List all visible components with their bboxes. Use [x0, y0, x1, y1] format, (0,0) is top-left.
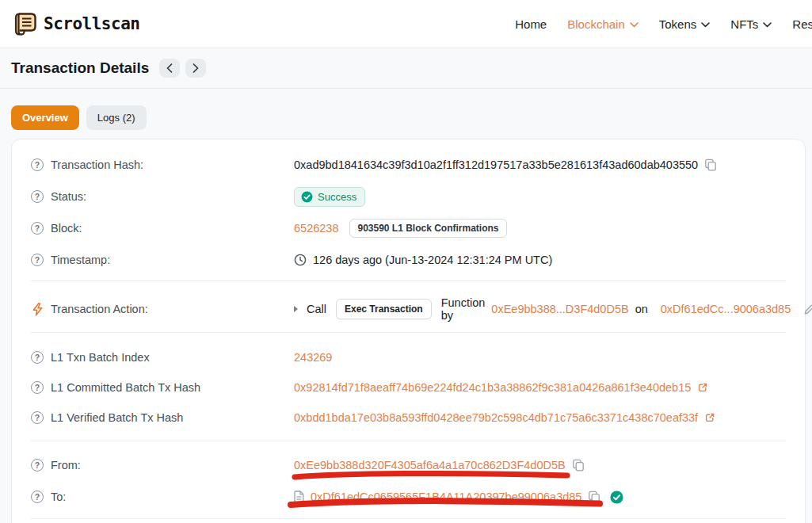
chevron-down-icon	[763, 22, 772, 28]
to-address-link[interactable]: 0xDf61edCc0659565F1B4A11A20397be99006a3d…	[311, 491, 581, 503]
row-status: ? Status: Success	[31, 181, 786, 212]
status-text: Success	[318, 191, 356, 203]
help-icon[interactable]: ?	[31, 222, 44, 235]
row-transaction-hash: ? Transaction Hash: 0xad9bd1841634c39f3d…	[31, 149, 786, 181]
external-link-icon[interactable]	[704, 412, 715, 423]
row-to: ? To: 0xDf61edCc0659565F1B4A11A20397be99…	[31, 481, 786, 513]
section-divider	[31, 332, 786, 333]
chevron-down-icon	[701, 22, 710, 28]
action-call-text: Call	[307, 303, 326, 315]
clock-icon	[294, 254, 307, 266]
nav-tokens[interactable]: Tokens	[659, 17, 711, 31]
help-icon[interactable]: ?	[31, 190, 44, 203]
lightning-icon	[32, 303, 44, 316]
scroll-icon	[11, 11, 38, 37]
verified-check-icon	[610, 491, 623, 504]
transaction-details-card: ? Transaction Hash: 0xad9bd1841634c39f3d…	[11, 139, 806, 523]
row-l1-verified-hash: ? L1 Verified Batch Tx Hash 0xbdd1bda17e…	[31, 403, 786, 433]
from-address-link[interactable]: 0xEe9bb388d320F4305af6a4a1a70c862D3F4d0D…	[294, 459, 566, 471]
page-header: Transaction Details	[0, 48, 812, 89]
copy-icon	[588, 491, 600, 503]
block-number-link[interactable]: 6526238	[294, 222, 338, 235]
help-icon[interactable]: ?	[31, 411, 44, 424]
row-l1-committed-hash: ? L1 Committed Batch Tx Hash 0x92814fd71…	[31, 372, 786, 403]
chevron-right-icon	[193, 63, 199, 73]
section-divider	[31, 281, 786, 281]
timestamp-label: Timestamp:	[51, 254, 110, 266]
help-icon[interactable]: ?	[31, 491, 44, 503]
copy-to-address-button[interactable]	[588, 491, 600, 503]
row-timestamp: ? Timestamp: 126 days ago (Jun-13-2024 1…	[31, 244, 786, 276]
nav-home[interactable]: Home	[515, 17, 547, 31]
main-nav: Home Blockchain Tokens NFTs Resources	[515, 17, 812, 31]
transaction-action-label: Transaction Action:	[51, 303, 148, 315]
status-label: Status:	[51, 190, 86, 203]
l1-batch-index-label: L1 Txn Batch Index	[51, 351, 150, 364]
l1-verified-hash-link[interactable]: 0xbdd1bda17e03b8a593ffd0428ee79b2c598c4d…	[294, 411, 698, 424]
copy-transaction-hash-button[interactable]	[704, 158, 717, 171]
l1-committed-hash-link[interactable]: 0x92814fd71f8aeaff74b69e224fd24c1b3a3886…	[294, 381, 691, 394]
nav-resources[interactable]: Resources	[792, 17, 812, 31]
edit-action-button[interactable]	[803, 303, 812, 315]
chevron-left-icon	[166, 63, 173, 73]
transaction-hash-value: 0xad9bd1841634c39f3d10a2f1ff312d197517a3…	[294, 158, 698, 171]
next-transaction-button[interactable]	[185, 59, 206, 78]
help-icon[interactable]: ?	[31, 254, 44, 266]
function-by-text: Function by	[441, 296, 486, 322]
block-label: Block:	[51, 222, 82, 235]
previous-transaction-button[interactable]	[159, 59, 180, 78]
contract-icon	[294, 491, 304, 503]
top-header: Scrollscan Home Blockchain Tokens NFTs R…	[0, 0, 812, 48]
l1-batch-index-link[interactable]: 243269	[294, 351, 332, 364]
row-l1-batch-index: ? L1 Txn Batch Index 243269	[31, 342, 786, 372]
detail-tabs: Overview Logs (2)	[11, 105, 801, 130]
l1-committed-hash-label: L1 Committed Batch Tx Hash	[51, 381, 200, 394]
help-icon[interactable]: ?	[31, 158, 44, 171]
nav-blockchain[interactable]: Blockchain	[567, 17, 639, 31]
nav-nfts[interactable]: NFTs	[730, 17, 772, 31]
pencil-icon	[803, 303, 812, 315]
copy-icon	[704, 158, 717, 171]
external-link-icon[interactable]	[697, 382, 708, 393]
l1-verified-hash-label: L1 Verified Batch Tx Hash	[51, 411, 183, 424]
method-badge: Exec Transaction	[336, 299, 432, 319]
tab-logs[interactable]: Logs (2)	[86, 105, 147, 130]
action-to-address-link[interactable]: 0xDf61edCc...9006a3d85	[661, 303, 791, 315]
from-label: From:	[51, 459, 81, 471]
help-icon[interactable]: ?	[31, 459, 44, 471]
check-circle-icon	[301, 191, 313, 203]
section-divider	[31, 518, 786, 519]
help-icon[interactable]: ?	[31, 381, 44, 394]
caret-right-icon	[294, 306, 298, 312]
transaction-hash-label: Transaction Hash:	[51, 158, 143, 171]
block-confirmations-badge: 903590 L1 Block Confirmations	[349, 219, 506, 238]
status-badge: Success	[294, 187, 365, 207]
section-divider	[31, 441, 786, 441]
timestamp-value: 126 days ago (Jun-13-2024 12:31:24 PM UT…	[313, 254, 552, 266]
page-title: Transaction Details	[11, 59, 149, 77]
copy-from-address-button[interactable]	[572, 459, 585, 471]
chevron-down-icon	[630, 22, 639, 28]
action-from-address-link[interactable]: 0xEe9bb388...D3F4d0D5B	[491, 303, 628, 315]
brand-name: Scrollscan	[44, 14, 139, 33]
to-label: To:	[51, 491, 66, 503]
tab-overview[interactable]: Overview	[11, 105, 79, 130]
copy-icon	[572, 459, 585, 471]
row-transaction-action: Transaction Action: Call Exec Transactio…	[31, 293, 786, 325]
scrollscan-logo[interactable]: Scrollscan	[11, 11, 139, 37]
help-icon[interactable]: ?	[31, 351, 44, 364]
row-from: ? From: 0xEe9bb388d320F4305af6a4a1a70c86…	[31, 449, 786, 481]
row-block: ? Block: 6526238 903590 L1 Block Confirm…	[31, 212, 786, 244]
on-text: on	[635, 303, 648, 315]
